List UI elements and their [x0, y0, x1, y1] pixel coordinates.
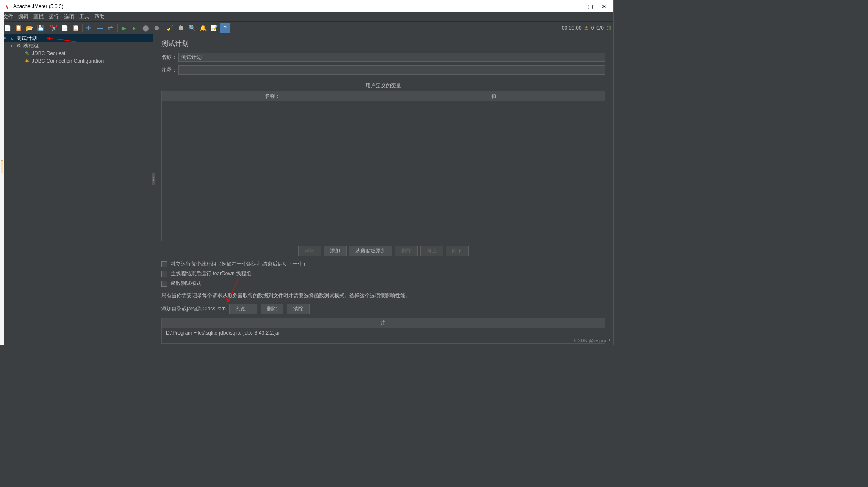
clear-all-icon[interactable]: 🗑: [176, 23, 186, 33]
vars-section-title: 用户定义的变量: [161, 80, 605, 91]
add-button[interactable]: 添加: [324, 246, 347, 256]
chevron-down-icon[interactable]: ▾: [9, 44, 14, 48]
clear-icon[interactable]: 🧹: [165, 23, 175, 33]
separator: [82, 24, 83, 32]
request-icon: ✎: [24, 50, 31, 57]
checkbox-icon[interactable]: [161, 281, 167, 287]
tree-item-label: JDBC Request: [32, 50, 65, 56]
jmeter-logo-icon: [4, 3, 11, 10]
separator: [117, 24, 118, 32]
titlebar: Apache JMeter (5.6.3) — ▢ ✕: [0, 0, 613, 12]
menu-run[interactable]: 运行: [49, 13, 59, 20]
left-gutter: [0, 12, 4, 345]
tree-item-jdbc-config[interactable]: ✖ JDBC Connection Configuration: [0, 57, 153, 65]
help-icon[interactable]: ?: [220, 23, 230, 33]
delete-jar-button[interactable]: 删除: [261, 304, 283, 314]
start-no-timers-icon[interactable]: ⏵: [130, 23, 140, 33]
detail-button[interactable]: 详细: [298, 246, 321, 256]
reset-search-icon[interactable]: 🔔: [198, 23, 208, 33]
menu-edit[interactable]: 编辑: [18, 13, 28, 20]
maximize-icon[interactable]: ▢: [588, 3, 593, 10]
status-time: 00:00:00: [562, 25, 582, 31]
separator: [164, 24, 164, 32]
open-icon[interactable]: 📂: [24, 23, 34, 33]
menu-help[interactable]: 帮助: [94, 13, 105, 20]
checkbox-icon[interactable]: [161, 261, 167, 267]
add-clipboard-button[interactable]: 从剪贴板添加: [349, 246, 392, 256]
classpath-label: 添加目录或jar包到ClassPath: [161, 305, 226, 313]
vars-col-value[interactable]: 值: [383, 91, 605, 101]
checkbox-teardown[interactable]: 主线程结束后运行 tearDown 线程组: [161, 270, 605, 277]
checkbox-label: 主线程结束后运行 tearDown 线程组: [171, 270, 251, 277]
down-button[interactable]: 向下: [446, 246, 469, 256]
library-header[interactable]: 库: [161, 318, 605, 328]
paste-icon[interactable]: 📋: [70, 23, 80, 33]
library-row[interactable]: D:\Program Files\sqlite-jdbc\sqlite-jdbc…: [161, 328, 605, 338]
warning-icon: ⚠: [584, 25, 589, 31]
panel-title: 测试计划: [161, 39, 605, 48]
search-icon[interactable]: 🔍: [187, 23, 197, 33]
library-empty-row[interactable]: [161, 338, 605, 344]
copy-icon[interactable]: 📄: [59, 23, 69, 33]
checkbox-independent[interactable]: 独立运行每个线程组（例如在一个组运行结束后启动下一个）: [161, 260, 605, 268]
checkbox-functional[interactable]: 函数测试模式: [161, 280, 605, 287]
collapse-icon[interactable]: ―: [94, 23, 105, 33]
functional-hint: 只有当你需要记录每个请求从服务器取得的数据到文件时才需要选择函数测试模式。选择这…: [161, 292, 605, 299]
main-panel: 测试计划 名称： 注释： 用户定义的变量 名称： 值 详细 添加 从剪贴板添: [153, 34, 613, 345]
status-threads: 0/0: [596, 25, 604, 31]
menu-options[interactable]: 选项: [64, 13, 74, 20]
close-icon[interactable]: ✕: [602, 3, 607, 10]
stop-icon[interactable]: ⬤: [141, 23, 151, 33]
start-icon[interactable]: ▶: [119, 23, 129, 33]
vars-col-name[interactable]: 名称：: [162, 91, 383, 101]
name-input[interactable]: [178, 53, 605, 62]
tree-item-label: 线程组: [23, 42, 39, 50]
browse-button[interactable]: 浏览…: [229, 304, 257, 314]
tree-item-thread-group[interactable]: ▾ ⚙ 线程组: [0, 42, 153, 50]
splitter-handle[interactable]: [152, 173, 155, 185]
menu-search[interactable]: 查找: [33, 13, 44, 20]
separator: [47, 24, 47, 32]
menubar: 文件 编辑 查找 运行 选项 工具 帮助: [0, 12, 613, 22]
up-button[interactable]: 向上: [420, 246, 443, 256]
checkbox-label: 函数测试模式: [171, 280, 201, 287]
vars-table: 名称： 值: [161, 91, 605, 241]
name-label: 名称：: [161, 54, 178, 61]
tree-item-label: JDBC Connection Configuration: [32, 58, 104, 64]
watermark: CSDN @velpro_!: [574, 338, 610, 343]
tree-item-test-plan[interactable]: ▾ 测试计划: [0, 34, 153, 42]
wrench-icon: ✖: [24, 58, 31, 64]
tree-item-label: 测试计划: [17, 35, 37, 42]
cut-icon[interactable]: ✂️: [48, 23, 58, 33]
jmeter-icon: [8, 35, 15, 42]
menu-file[interactable]: 文件: [3, 13, 13, 20]
comment-label: 注释：: [161, 66, 178, 74]
window-title: Apache JMeter (5.6.3): [13, 3, 573, 9]
comment-input[interactable]: [178, 65, 605, 75]
save-icon[interactable]: 💾: [35, 23, 45, 33]
menu-tools[interactable]: 工具: [79, 13, 89, 20]
checkbox-icon[interactable]: [161, 271, 167, 277]
tree-item-jdbc-request[interactable]: ✎ JDBC Request: [0, 50, 153, 57]
templates-icon[interactable]: 📋: [13, 23, 23, 33]
minimize-icon[interactable]: —: [573, 3, 579, 10]
status-warn-count: 0: [591, 25, 594, 31]
toggle-icon[interactable]: ⇄: [105, 23, 116, 33]
status-indicator-icon: ⊕: [606, 24, 612, 32]
expand-icon[interactable]: ✚: [83, 23, 94, 33]
delete-button[interactable]: 删除: [395, 246, 418, 256]
checkbox-label: 独立运行每个线程组（例如在一个组运行结束后启动下一个）: [171, 260, 308, 268]
clear-button[interactable]: 清除: [287, 304, 310, 314]
vars-table-body[interactable]: [162, 101, 605, 241]
toolbar: 📄 📋 📂 💾 ✂️ 📄 📋 ✚ ― ⇄ ▶ ⏵ ⬤ ⬣ 🧹 🗑 🔍 🔔 📝 ?…: [0, 22, 613, 34]
library-table: 库 D:\Program Files\sqlite-jdbc\sqlite-jd…: [161, 318, 605, 344]
tree-panel: ▾ 测试计划 ▾ ⚙ 线程组 ✎ JDBC Request ✖ JDBC Con…: [0, 34, 153, 345]
function-helper-icon[interactable]: 📝: [209, 23, 219, 33]
gear-icon: ⚙: [15, 42, 22, 49]
shutdown-icon[interactable]: ⬣: [152, 23, 162, 33]
